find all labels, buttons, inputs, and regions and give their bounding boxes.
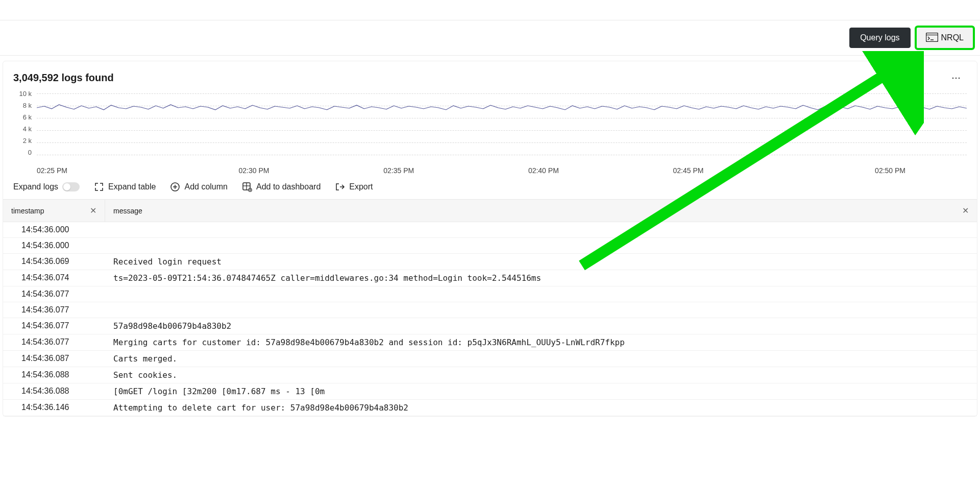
cell-timestamp: 14:54:36.069 <box>3 254 105 270</box>
panel-head: 3,049,592 logs found ⋯ <box>3 61 977 90</box>
cell-message: Merging carts for customer id: 57a98d98e… <box>105 334 977 350</box>
table-row[interactable]: 14:54:36.07757a98d98e4b00679b4a830b2 <box>3 318 977 334</box>
table-row[interactable]: 14:54:36.000 <box>3 238 977 254</box>
plus-circle-icon <box>170 182 180 192</box>
cell-message <box>105 302 977 318</box>
ellipsis-icon: ⋯ <box>951 73 962 83</box>
close-icon: ✕ <box>962 206 969 215</box>
column-header-timestamp[interactable]: timestamp ✕ <box>3 200 105 222</box>
cell-message: Carts merged. <box>105 351 977 367</box>
cell-timestamp: 14:54:36.077 <box>3 318 105 334</box>
x-tick: 02:40 PM <box>471 166 616 175</box>
add-column-button[interactable]: Add column <box>170 182 228 192</box>
nrql-button[interactable]: NRQL <box>915 26 975 50</box>
series-line <box>37 93 967 155</box>
table-row[interactable]: 14:54:36.069Received login request <box>3 254 977 270</box>
cell-timestamp: 14:54:36.000 <box>3 238 105 253</box>
terminal-icon <box>926 33 936 43</box>
top-toolbar: Query logs NRQL <box>0 20 980 56</box>
dashboard-plus-icon <box>242 182 252 192</box>
results-panel: 3,049,592 logs found ⋯ 10 k 8 k 6 k 4 k … <box>3 61 977 417</box>
cell-timestamp: 14:54:36.146 <box>3 400 105 416</box>
cell-message <box>105 286 977 302</box>
export-label: Export <box>349 182 373 191</box>
y-tick: 2 k <box>13 137 32 144</box>
add-dashboard-label: Add to dashboard <box>256 182 321 191</box>
toggle-icon <box>62 182 80 191</box>
y-tick: 10 k <box>13 90 32 98</box>
query-logs-button[interactable]: Query logs <box>849 28 910 48</box>
nrql-label: NRQL <box>941 33 964 42</box>
y-tick: 0 <box>13 149 32 156</box>
cell-timestamp: 14:54:36.088 <box>3 367 105 383</box>
y-axis: 10 k 8 k 6 k 4 k 2 k 0 <box>13 90 32 156</box>
cell-timestamp: 14:54:36.077 <box>3 302 105 318</box>
x-tick: 02:45 PM <box>616 166 761 175</box>
expand-table-label: Expand table <box>108 182 156 191</box>
table-row[interactable]: 14:54:36.077 <box>3 286 977 302</box>
table-row[interactable]: 14:54:36.088 [0mGET /login [32m200 [0m17… <box>3 383 977 400</box>
cell-timestamp: 14:54:36.077 <box>3 334 105 350</box>
close-icon: ✕ <box>90 206 96 215</box>
y-tick: 4 k <box>13 125 32 133</box>
cell-timestamp: 14:54:36.000 <box>3 222 105 237</box>
column-label: timestamp <box>11 207 44 215</box>
cell-message <box>105 222 977 237</box>
cell-message: Sent cookies. <box>105 367 977 383</box>
table-row[interactable]: 14:54:36.087Carts merged. <box>3 351 977 367</box>
y-tick: 6 k <box>13 113 32 121</box>
column-label: message <box>113 207 142 215</box>
expand-logs-toggle[interactable]: Expand logs <box>13 182 80 191</box>
expand-table-button[interactable]: Expand table <box>94 182 156 192</box>
y-tick: 8 k <box>13 102 32 109</box>
table-row[interactable]: 14:54:36.074ts=2023-05-09T21:54:36.07484… <box>3 270 977 286</box>
cell-message: 57a98d98e4b00679b4a830b2 <box>105 318 977 334</box>
cell-message: Attempting to delete cart for user: 57a9… <box>105 400 977 416</box>
x-tick: 02:50 PM <box>761 166 967 175</box>
table-header: timestamp ✕ message ✕ <box>3 199 977 222</box>
cell-timestamp: 14:54:36.087 <box>3 351 105 367</box>
expand-icon <box>94 182 104 192</box>
table-row[interactable]: 14:54:36.077Merging carts for customer i… <box>3 334 977 351</box>
add-dashboard-button[interactable]: Add to dashboard <box>242 182 321 192</box>
x-tick: 02:30 PM <box>182 166 327 175</box>
remove-column-message[interactable]: ✕ <box>962 206 969 215</box>
expand-logs-label: Expand logs <box>13 182 58 191</box>
panel-menu-button[interactable]: ⋯ <box>946 69 967 86</box>
cell-message: [0mGET /login [32m200 [0m17.687 ms - 13 … <box>105 383 977 399</box>
query-logs-label: Query logs <box>860 33 899 42</box>
top-blank-bar <box>0 0 980 20</box>
cell-timestamp: 14:54:36.074 <box>3 270 105 286</box>
cell-message <box>105 238 977 253</box>
remove-column-timestamp[interactable]: ✕ <box>90 206 96 215</box>
column-header-message[interactable]: message ✕ <box>105 200 977 222</box>
x-tick: 02:35 PM <box>326 166 471 175</box>
log-volume-chart[interactable]: 10 k 8 k 6 k 4 k 2 k 0 <box>3 90 977 166</box>
export-button[interactable]: Export <box>335 182 373 192</box>
table-row[interactable]: 14:54:36.077 <box>3 302 977 318</box>
table-row[interactable]: 14:54:36.146Attempting to delete cart fo… <box>3 400 977 416</box>
log-rows: 14:54:36.00014:54:36.00014:54:36.069Rece… <box>3 222 977 416</box>
cell-timestamp: 14:54:36.077 <box>3 286 105 302</box>
table-row[interactable]: 14:54:36.000 <box>3 222 977 238</box>
table-row[interactable]: 14:54:36.088Sent cookies. <box>3 367 977 383</box>
x-tick: 02:25 PM <box>37 166 182 175</box>
add-column-label: Add column <box>184 182 228 191</box>
export-icon <box>335 182 345 192</box>
cell-message: ts=2023-05-09T21:54:36.074847465Z caller… <box>105 270 977 286</box>
cell-message: Received login request <box>105 254 977 270</box>
results-count-title: 3,049,592 logs found <box>13 72 114 84</box>
cell-timestamp: 14:54:36.088 <box>3 383 105 399</box>
table-toolbar: Expand logs Expand table Add column <box>3 175 977 199</box>
x-axis: 02:25 PM 02:30 PM 02:35 PM 02:40 PM 02:4… <box>3 166 977 175</box>
plot-area <box>37 93 967 155</box>
